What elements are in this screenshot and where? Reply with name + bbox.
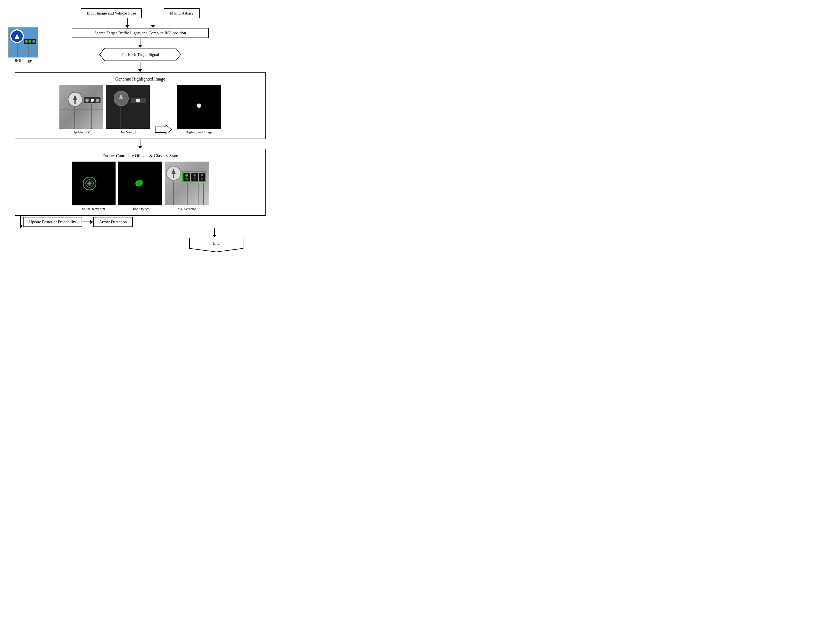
input-image-box: Input Image and Vehicle Pose bbox=[81, 8, 142, 18]
for-each-svg: For Each Target Signal bbox=[99, 48, 181, 61]
hue-weight-label: Hue Weight bbox=[119, 130, 136, 134]
top-row: Input Image and Vehicle Pose Map Databas… bbox=[81, 8, 199, 18]
end-box-container: End bbox=[15, 237, 265, 253]
end-box-svg: End bbox=[189, 237, 244, 253]
ml-detector-col: ML Detector bbox=[165, 162, 209, 211]
generate-highlighted-title: Generate Highlighted Image bbox=[19, 77, 261, 82]
candidate-images-row: SURF Keypoint Blob Object bbox=[19, 162, 261, 211]
extract-candidate-title: Extract Candidate Objects & Classify Sta… bbox=[19, 154, 261, 158]
highlighted-img bbox=[177, 85, 221, 129]
svg-text:For Each Target Signal: For Each Target Signal bbox=[121, 52, 159, 57]
traffic-light-bar bbox=[24, 39, 36, 44]
ml-detector-label: ML Detector bbox=[177, 207, 196, 211]
search-target-box: Search Target Traffic Lights and Compute… bbox=[72, 28, 209, 38]
for-each-container: For Each Target Signal bbox=[99, 48, 181, 62]
map-col: Map Database bbox=[164, 8, 199, 18]
ml-detector-img bbox=[165, 162, 209, 205]
svg-text:End: End bbox=[213, 241, 220, 245]
corner-connector-left bbox=[15, 216, 23, 228]
arrow-after-search bbox=[138, 38, 142, 48]
arrow-to-arrow-detection bbox=[82, 220, 93, 224]
highlighted-images-row: Updated SV bbox=[19, 85, 261, 134]
arrow-after-foreach bbox=[138, 62, 142, 72]
update-posterior-box: Update Posterior Probability bbox=[23, 217, 82, 227]
surf-keypoint-label: SURF Keypoint bbox=[82, 207, 105, 211]
surf-keypoint-img bbox=[72, 162, 115, 205]
hue-weight-img bbox=[106, 85, 150, 129]
updated-sv-col: Updated SV bbox=[59, 85, 103, 134]
surf-keypoint-col: SURF Keypoint bbox=[72, 162, 115, 211]
svg-marker-1 bbox=[155, 125, 172, 134]
page-wrapper: ROI Image Input Image and Vehicle Pose M… bbox=[5, 5, 275, 253]
big-right-arrow bbox=[155, 125, 172, 134]
generate-highlighted-section: Generate Highlighted Image bbox=[15, 72, 265, 139]
roi-image bbox=[8, 27, 38, 58]
merge-arrows bbox=[5, 18, 275, 28]
main-flow: Input Image and Vehicle Pose Map Databas… bbox=[5, 5, 275, 253]
arrow-detection-box: Arrow Detection bbox=[93, 217, 133, 227]
sign-circle bbox=[10, 29, 24, 43]
map-database-box: Map Database bbox=[164, 8, 199, 18]
arrow-after-arrow-detection bbox=[15, 228, 265, 237]
blob-object-col: Blob Object bbox=[118, 162, 162, 211]
blob-object-label: Blob Object bbox=[131, 207, 149, 211]
sign-arrow bbox=[15, 34, 19, 38]
roi-image-label: ROI Image bbox=[8, 59, 38, 63]
updated-sv-label: Updated SV bbox=[73, 130, 90, 134]
arrow-after-highlighted bbox=[138, 139, 142, 149]
roi-image-container: ROI Image bbox=[8, 27, 38, 63]
highlighted-image-label: Highlighted Image bbox=[186, 130, 212, 134]
highlighted-img-col: Highlighted Image bbox=[177, 85, 221, 134]
bottom-flow-row: Update Posterior Probability Arrow Detec… bbox=[15, 216, 265, 228]
blob-object-img bbox=[118, 162, 162, 205]
input-col: Input Image and Vehicle Pose bbox=[81, 8, 142, 18]
updated-sv-img bbox=[59, 85, 103, 129]
hue-weight-col: Hue Weight bbox=[106, 85, 150, 134]
extract-candidate-section: Extract Candidate Objects & Classify Sta… bbox=[15, 149, 265, 216]
